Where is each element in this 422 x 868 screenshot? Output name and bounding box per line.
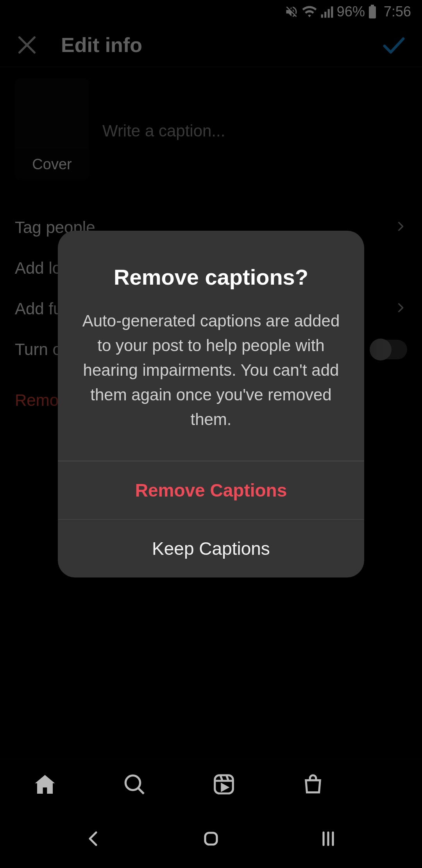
nav-home-icon[interactable] xyxy=(202,829,220,848)
dialog-message: Auto-generated captions are added to you… xyxy=(80,308,342,432)
dialog-body: Remove captions? Auto-generated captions… xyxy=(58,231,364,461)
remove-captions-button[interactable]: Remove Captions xyxy=(58,461,364,519)
svg-point-8 xyxy=(126,775,140,790)
nav-recents-icon[interactable] xyxy=(319,829,338,848)
dialog-title: Remove captions? xyxy=(80,264,342,290)
home-icon[interactable] xyxy=(32,772,57,797)
android-nav-bar xyxy=(0,809,422,868)
svg-rect-15 xyxy=(205,833,217,845)
nav-back-icon[interactable] xyxy=(84,829,103,848)
svg-line-9 xyxy=(138,788,144,794)
shop-icon[interactable] xyxy=(301,772,325,796)
keep-captions-button[interactable]: Keep Captions xyxy=(58,520,364,577)
search-icon[interactable] xyxy=(122,772,147,797)
svg-marker-14 xyxy=(222,784,227,791)
bottom-tab-bar xyxy=(0,759,422,809)
remove-captions-dialog: Remove captions? Auto-generated captions… xyxy=(58,231,364,577)
reels-icon[interactable] xyxy=(212,772,236,796)
